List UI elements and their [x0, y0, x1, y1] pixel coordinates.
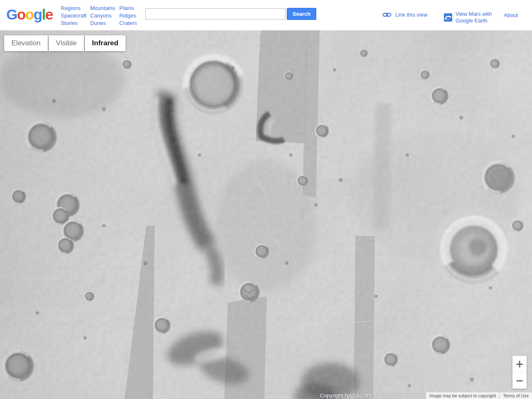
nav-link-craters[interactable]: Craters — [119, 20, 137, 27]
logo-letter: g — [34, 4, 42, 25]
search-input[interactable] — [145, 8, 286, 20]
map-copyright-text: Copyright NASA / JPL / Arizona State Uni… — [320, 392, 435, 399]
logo-letter: o — [25, 4, 34, 25]
nav-link-spacecraft[interactable]: Spacecraft — [61, 12, 86, 20]
attribution-bar: Image may be subject to copyright Terms … — [426, 392, 532, 399]
link-this-view-button[interactable]: Link this view — [382, 12, 427, 18]
mars-infrared-map[interactable] — [0, 30, 532, 399]
google-mars-app: Google Regions Spacecraft Stories Mounta… — [0, 0, 532, 399]
nav-link-mountains[interactable]: Mountains — [90, 5, 115, 12]
logo-letter: l — [42, 4, 45, 25]
tab-elevation[interactable]: Elevation — [4, 35, 48, 51]
view-mars-label: View Mars with Google Earth — [456, 11, 492, 24]
nav-link-stories[interactable]: Stories — [61, 20, 86, 27]
google-earth-icon — [444, 13, 452, 22]
nav-link-canyons[interactable]: Canyons — [90, 12, 115, 20]
about-link[interactable]: About — [504, 12, 518, 18]
nav-column-2: Mountains Canyons Dunes — [90, 5, 115, 27]
logo-letter: e — [45, 4, 53, 25]
header: Google Regions Spacecraft Stories Mounta… — [0, 0, 532, 30]
nav-link-regions[interactable]: Regions — [61, 5, 86, 12]
nav-link-plains[interactable]: Plains — [119, 5, 137, 12]
mars-map-viewport[interactable] — [0, 30, 532, 399]
nav-column-3: Plains Ridges Craters — [119, 5, 137, 27]
zoom-out-button[interactable]: − — [512, 372, 527, 389]
chain-link-icon — [382, 12, 392, 18]
nav-link-dunes[interactable]: Dunes — [90, 20, 115, 27]
google-logo[interactable]: Google — [6, 4, 53, 25]
layer-tabs: Elevation Visible Infrared — [4, 35, 126, 51]
logo-letter: o — [17, 4, 25, 25]
logo-letter: G — [6, 4, 17, 25]
tab-visible[interactable]: Visible — [49, 35, 84, 51]
nav-column-1: Regions Spacecraft Stories — [61, 5, 86, 27]
tab-infrared[interactable]: Infrared — [85, 35, 126, 51]
view-mars-google-earth-button[interactable]: View Mars with Google Earth — [444, 11, 492, 24]
terms-of-use-link[interactable]: Terms of Use — [499, 392, 532, 399]
nav-link-ridges[interactable]: Ridges — [119, 12, 137, 20]
search-button[interactable]: Search — [287, 8, 316, 20]
link-this-view-label: Link this view — [395, 12, 427, 18]
copyright-notice: Image may be subject to copyright — [426, 392, 499, 399]
zoom-in-button[interactable]: + — [512, 356, 527, 372]
zoom-control: + − — [512, 356, 527, 389]
